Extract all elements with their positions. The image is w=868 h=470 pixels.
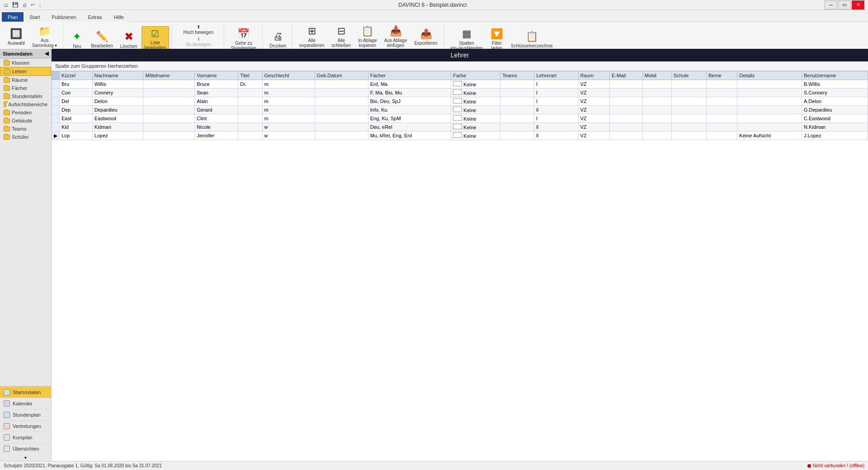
col-email[interactable]: E-Mail xyxy=(609,71,642,80)
cell-vorname: Sean xyxy=(195,89,238,97)
nav-uebersichten[interactable]: Übersichten xyxy=(0,443,51,454)
auswahl-button[interactable]: 🔲 Auswahl xyxy=(5,24,28,50)
restore-button[interactable]: ▭ xyxy=(838,0,851,9)
table-row[interactable]: East Eastwood Clint m Eng, Ku, SpM Keine… xyxy=(52,114,868,123)
col-benutzername[interactable]: Benutzername xyxy=(802,71,868,80)
sidebar-item-aufsichtsbereiche[interactable]: Aufsichtsbereiche xyxy=(0,100,51,108)
col-vorname[interactable]: Vorname xyxy=(195,71,238,80)
schluessel-icon: 📋 xyxy=(526,31,538,42)
ab-label: Ab bewegen xyxy=(186,42,211,47)
cell-email xyxy=(609,89,642,97)
tab-extras[interactable]: Extras xyxy=(82,12,108,22)
table-row[interactable]: Con Connery Sean m F, Ma, Bio, Mu Keine … xyxy=(52,89,868,97)
nav-vertretungen[interactable]: Vertretungen xyxy=(0,420,51,432)
cell-mittelname xyxy=(143,80,195,89)
cell-details xyxy=(737,106,802,114)
cell-mittelname xyxy=(143,97,195,106)
sidebar-item-teams[interactable]: Teams xyxy=(0,125,51,133)
nav-kalender[interactable]: Kalender xyxy=(0,398,51,409)
cell-beme xyxy=(706,97,737,106)
ablage-kopieren-icon: 📋 xyxy=(361,25,373,37)
titlebar-icons: 🗂 💾 🖨 ↩ | xyxy=(4,2,41,8)
schliessen-label: Alleschließen xyxy=(331,38,351,48)
table-row[interactable]: Del Delon Alain m Bio, Deu, SpJ Keine l … xyxy=(52,97,868,106)
alle-expandieren-button[interactable]: ⊞ Alleexpandieren xyxy=(296,24,327,50)
col-farbe[interactable]: Farbe xyxy=(451,71,500,80)
cell-lehrerart: l xyxy=(534,97,578,106)
uebersichten-nav-icon xyxy=(4,446,10,452)
tab-plan[interactable]: Plan xyxy=(2,12,24,22)
col-raum[interactable]: Raum xyxy=(578,71,609,80)
cell-beme xyxy=(706,106,737,114)
table-header-row: Kürzel Nachname Mittelname Vorname Titel… xyxy=(52,71,868,80)
tab-start[interactable]: Start xyxy=(24,12,46,22)
cell-mobil xyxy=(642,106,671,114)
sidebar-collapse-icon[interactable]: ◀ xyxy=(45,51,48,56)
cell-raum: VZ xyxy=(578,123,609,132)
table-row[interactable]: Bru Willis Bruce Dr. m Erd, Ma Keine l V… xyxy=(52,80,868,89)
col-schule[interactable]: Schule xyxy=(671,71,706,80)
col-beme[interactable]: Beme xyxy=(706,71,737,80)
sidebar-scroll-down[interactable]: ▾ xyxy=(0,454,51,461)
faecher-label: Fächer xyxy=(12,85,27,91)
close-button[interactable]: ✕ xyxy=(852,0,864,9)
sidebar: Stammdaten ◀ Klassen Lehrer Räume Fächer… xyxy=(0,49,52,461)
cell-vorname: Gerard xyxy=(195,106,238,114)
titlebar-controls[interactable]: ─ ▭ ✕ xyxy=(825,0,864,9)
expandieren-icon: ⊞ xyxy=(308,25,316,37)
cell-teams xyxy=(500,97,534,106)
aus-sammlung-button[interactable]: 📁 AusSammlung ▾ xyxy=(29,24,61,50)
cell-geschlecht: m xyxy=(262,114,315,123)
sidebar-item-perioden[interactable]: Perioden xyxy=(0,108,51,117)
col-mobil[interactable]: Mobil xyxy=(642,71,671,80)
cell-faecher: F, Ma, Bio, Mu xyxy=(368,89,451,97)
col-kuerzel[interactable]: Kürzel xyxy=(60,71,93,80)
minimize-button[interactable]: ─ xyxy=(825,0,837,9)
sidebar-item-stundentafeln[interactable]: Stundentafeln xyxy=(0,92,51,100)
hoch-bewegen-button[interactable]: ⬆ Hoch bewegen xyxy=(176,24,221,35)
lehrer-table: Kürzel Nachname Mittelname Vorname Titel… xyxy=(52,71,868,140)
cell-schule xyxy=(671,89,706,97)
sidebar-item-lehrer[interactable]: Lehrer xyxy=(0,67,51,76)
col-titel[interactable]: Titel xyxy=(238,71,262,80)
col-nachname[interactable]: Nachname xyxy=(92,71,143,80)
alle-schliessen-button[interactable]: ⊟ Alleschließen xyxy=(328,24,354,50)
lehrer-tbody: Bru Willis Bruce Dr. m Erd, Ma Keine l V… xyxy=(52,80,868,140)
cell-mobil xyxy=(642,89,671,97)
cell-schule xyxy=(671,106,706,114)
resize-handle[interactable] xyxy=(51,49,53,461)
cell-email xyxy=(609,132,642,140)
sidebar-item-raeume[interactable]: Räume xyxy=(0,76,51,84)
nav-stammdaten[interactable]: Stammdaten xyxy=(0,386,51,398)
ab-bewegen-button[interactable]: ⬇ Ab bewegen xyxy=(176,36,221,47)
cell-email xyxy=(609,97,642,106)
cell-kuerzel: Con xyxy=(60,89,93,97)
col-geschlecht[interactable]: Geschlecht xyxy=(262,71,315,80)
sidebar-item-faecher[interactable]: Fächer xyxy=(0,84,51,92)
aus-ablage-einfuegen-button[interactable]: 📥 Aus Ablageeinfügen xyxy=(381,24,410,50)
nav-stundenplan[interactable]: Stundenplan xyxy=(0,409,51,420)
exportieren-label: Exportieren xyxy=(414,41,437,46)
col-teams[interactable]: Teams xyxy=(500,71,534,80)
cell-kuerzel: Del xyxy=(60,97,93,106)
cell-schule xyxy=(671,123,706,132)
col-mittelname[interactable]: Mittelname xyxy=(143,71,195,80)
col-geb-datum[interactable]: Geb.Datum xyxy=(315,71,368,80)
sidebar-item-gebaeude[interactable]: Gebäude xyxy=(0,117,51,125)
tab-publizieren[interactable]: Publizieren xyxy=(46,12,82,22)
sidebar-item-klassen[interactable]: Klassen xyxy=(0,59,51,67)
col-lehrerart[interactable]: Lehrerart xyxy=(534,71,578,80)
table-row[interactable]: Dep Depardieu Gerard m Info, Ku Keine ll… xyxy=(52,106,868,114)
table-container[interactable]: Kürzel Nachname Mittelname Vorname Titel… xyxy=(52,71,868,461)
tab-hilfe[interactable]: Hilfe xyxy=(108,12,130,22)
farbe-box xyxy=(453,89,462,95)
sidebar-item-schueler[interactable]: Schüler xyxy=(0,133,51,141)
auswahl-icon: 🔲 xyxy=(10,28,22,40)
nav-kursplan[interactable]: Kursplan xyxy=(0,432,51,443)
col-faecher[interactable]: Fächer xyxy=(368,71,451,80)
exportieren-button[interactable]: 📤 Exportieren xyxy=(411,24,440,50)
table-row[interactable]: Kid Kidman Nicole w Deu, eRel Keine ll V… xyxy=(52,123,868,132)
in-ablage-kopieren-button[interactable]: 📋 In Ablagekopieren xyxy=(355,24,380,50)
table-row[interactable]: ▶ Lop Lopez Jennifer w Mu, kRel, Eng, Er… xyxy=(52,132,868,140)
col-details[interactable]: Details xyxy=(737,71,802,80)
